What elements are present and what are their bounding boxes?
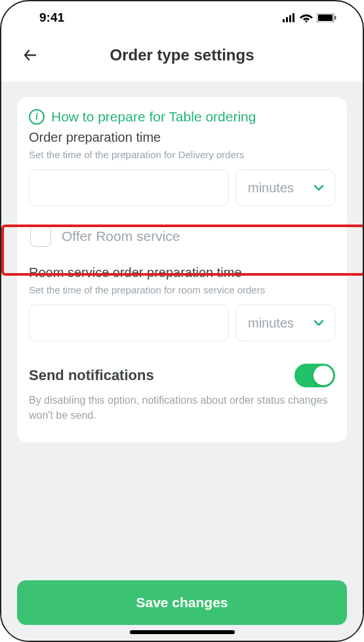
chevron-down-icon [312,181,325,194]
svg-rect-6 [318,14,333,21]
room-service-row: Offer Room service [29,206,335,265]
info-icon: i [29,109,45,125]
room-prep-desc: Set the time of the preparation for room… [29,283,335,297]
save-button[interactable]: Save changes [17,580,347,625]
back-button[interactable] [18,43,42,67]
page-title: Order type settings [42,46,322,64]
prep-time-input[interactable] [29,169,229,206]
room-prep-unit-dropdown[interactable]: minutes [235,305,335,341]
info-link[interactable]: i How to prepare for Table ordering [29,109,335,125]
content-area: i How to prepare for Table ordering Orde… [1,81,363,641]
status-indicators [283,13,336,22]
notifications-title: Send notifications [29,367,154,384]
notifications-toggle[interactable] [294,364,335,387]
prep-unit-selected: minutes [248,181,294,196]
room-service-label: Offer Room service [62,228,180,244]
svg-rect-2 [289,15,291,22]
status-bar: 9:41 [1,1,363,34]
svg-rect-3 [293,13,294,22]
prep-unit-dropdown[interactable]: minutes [235,169,335,206]
prep-desc: Set the time of the preparation for Deli… [29,148,335,161]
svg-rect-7 [334,16,336,20]
svg-rect-1 [286,17,288,22]
wifi-icon [300,13,313,22]
room-prep-unit-selected: minutes [248,316,294,331]
settings-card: i How to prepare for Table ordering Orde… [17,97,347,442]
svg-point-4 [306,20,308,22]
status-time: 9:41 [39,11,64,25]
notifications-desc: By disabling this option, notifications … [29,393,335,423]
prep-title: Order preparation time [29,130,335,145]
page-header: Order type settings [1,34,363,81]
info-link-text: How to prepare for Table ordering [51,109,256,125]
arrow-left-icon [22,47,38,63]
room-prep-title: Room service order preparation time [29,265,335,280]
svg-rect-0 [283,19,285,22]
chevron-down-icon [312,316,325,330]
battery-icon [317,13,336,22]
room-service-checkbox[interactable] [30,226,51,247]
cellular-icon [283,13,296,22]
room-prep-time-input[interactable] [29,305,229,341]
home-indicator [130,630,235,634]
